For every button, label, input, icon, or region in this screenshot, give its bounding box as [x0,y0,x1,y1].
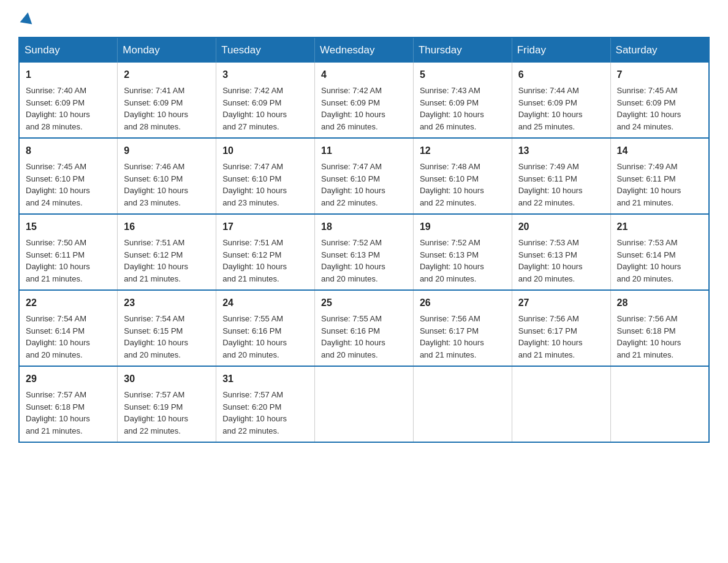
day-info: Sunrise: 7:55 AMSunset: 6:16 PMDaylight:… [222,314,287,359]
calendar-cell: 2 Sunrise: 7:41 AMSunset: 6:09 PMDayligh… [118,63,216,138]
calendar-cell [512,366,610,442]
day-info: Sunrise: 7:57 AMSunset: 6:20 PMDaylight:… [222,390,287,435]
day-number: 1 [26,67,111,82]
day-info: Sunrise: 7:51 AMSunset: 6:12 PMDaylight:… [222,238,287,283]
day-info: Sunrise: 7:52 AMSunset: 6:13 PMDaylight:… [420,238,484,283]
header-day-thursday: Thursday [413,37,512,63]
day-number: 14 [617,144,702,158]
calendar-cell: 16 Sunrise: 7:51 AMSunset: 6:12 PMDaylig… [118,214,216,290]
day-number: 11 [321,144,407,158]
calendar-cell: 1 Sunrise: 7:40 AMSunset: 6:09 PMDayligh… [19,63,118,138]
calendar-cell: 22 Sunrise: 7:54 AMSunset: 6:14 PMDaylig… [19,290,118,366]
header-day-tuesday: Tuesday [216,37,315,63]
day-info: Sunrise: 7:41 AMSunset: 6:09 PMDaylight:… [124,86,188,131]
day-number: 28 [617,296,702,310]
calendar-cell: 5 Sunrise: 7:43 AMSunset: 6:09 PMDayligh… [413,63,512,138]
day-info: Sunrise: 7:53 AMSunset: 6:13 PMDaylight:… [518,238,583,283]
calendar-week-1: 1 Sunrise: 7:40 AMSunset: 6:09 PMDayligh… [19,63,709,138]
day-number: 4 [321,67,407,82]
day-number: 12 [420,144,506,158]
calendar-cell: 25 Sunrise: 7:55 AMSunset: 6:16 PMDaylig… [315,290,414,366]
day-number: 29 [26,372,111,386]
day-number: 24 [222,296,308,310]
calendar-week-3: 15 Sunrise: 7:50 AMSunset: 6:11 PMDaylig… [19,214,709,290]
calendar-header: SundayMondayTuesdayWednesdayThursdayFrid… [19,37,709,63]
calendar-cell: 12 Sunrise: 7:48 AMSunset: 6:10 PMDaylig… [413,138,512,214]
calendar-cell: 24 Sunrise: 7:55 AMSunset: 6:16 PMDaylig… [216,290,315,366]
calendar-cell: 28 Sunrise: 7:56 AMSunset: 6:18 PMDaylig… [610,290,709,366]
calendar-cell [315,366,414,442]
calendar-cell: 30 Sunrise: 7:57 AMSunset: 6:19 PMDaylig… [118,366,216,442]
day-number: 15 [26,220,111,234]
header-row: SundayMondayTuesdayWednesdayThursdayFrid… [19,37,709,63]
day-number: 7 [617,67,702,82]
calendar-cell: 11 Sunrise: 7:47 AMSunset: 6:10 PMDaylig… [315,138,414,214]
header-day-friday: Friday [512,37,610,63]
calendar-cell: 19 Sunrise: 7:52 AMSunset: 6:13 PMDaylig… [413,214,512,290]
day-number: 20 [518,220,604,234]
day-info: Sunrise: 7:56 AMSunset: 6:17 PMDaylight:… [518,314,583,359]
day-number: 18 [321,220,407,234]
calendar-week-2: 8 Sunrise: 7:45 AMSunset: 6:10 PMDayligh… [19,138,709,214]
header-day-monday: Monday [118,37,216,63]
day-info: Sunrise: 7:49 AMSunset: 6:11 PMDaylight:… [518,162,583,207]
day-info: Sunrise: 7:47 AMSunset: 6:10 PMDaylight:… [321,162,385,207]
day-number: 17 [222,220,308,234]
header-day-sunday: Sunday [19,37,118,63]
day-info: Sunrise: 7:57 AMSunset: 6:19 PMDaylight:… [124,390,188,435]
calendar-cell: 20 Sunrise: 7:53 AMSunset: 6:13 PMDaylig… [512,214,610,290]
calendar-cell: 23 Sunrise: 7:54 AMSunset: 6:15 PMDaylig… [118,290,216,366]
day-number: 5 [420,67,506,82]
day-number: 30 [124,372,210,386]
day-info: Sunrise: 7:52 AMSunset: 6:13 PMDaylight:… [321,238,385,283]
calendar-cell: 7 Sunrise: 7:45 AMSunset: 6:09 PMDayligh… [610,63,709,138]
day-number: 23 [124,296,210,310]
day-number: 13 [518,144,604,158]
day-number: 27 [518,296,604,310]
calendar-cell: 15 Sunrise: 7:50 AMSunset: 6:11 PMDaylig… [19,214,118,290]
day-info: Sunrise: 7:50 AMSunset: 6:11 PMDaylight:… [26,238,90,283]
day-info: Sunrise: 7:53 AMSunset: 6:14 PMDaylight:… [617,238,681,283]
day-info: Sunrise: 7:42 AMSunset: 6:09 PMDaylight:… [222,86,287,131]
day-info: Sunrise: 7:46 AMSunset: 6:10 PMDaylight:… [124,162,188,207]
calendar-cell: 17 Sunrise: 7:51 AMSunset: 6:12 PMDaylig… [216,214,315,290]
calendar-cell: 21 Sunrise: 7:53 AMSunset: 6:14 PMDaylig… [610,214,709,290]
calendar-cell [413,366,512,442]
day-number: 6 [518,67,604,82]
calendar-cell: 27 Sunrise: 7:56 AMSunset: 6:17 PMDaylig… [512,290,610,366]
day-info: Sunrise: 7:57 AMSunset: 6:18 PMDaylight:… [26,390,90,435]
day-number: 2 [124,67,210,82]
page-header [18,12,710,25]
logo [18,12,33,25]
day-info: Sunrise: 7:54 AMSunset: 6:14 PMDaylight:… [26,314,90,359]
calendar-cell: 10 Sunrise: 7:47 AMSunset: 6:10 PMDaylig… [216,138,315,214]
calendar-cell: 13 Sunrise: 7:49 AMSunset: 6:11 PMDaylig… [512,138,610,214]
day-info: Sunrise: 7:40 AMSunset: 6:09 PMDaylight:… [26,86,90,131]
day-number: 16 [124,220,210,234]
day-info: Sunrise: 7:51 AMSunset: 6:12 PMDaylight:… [124,238,188,283]
day-number: 9 [124,144,210,158]
calendar-cell: 6 Sunrise: 7:44 AMSunset: 6:09 PMDayligh… [512,63,610,138]
calendar-week-4: 22 Sunrise: 7:54 AMSunset: 6:14 PMDaylig… [19,290,709,366]
day-info: Sunrise: 7:49 AMSunset: 6:11 PMDaylight:… [617,162,681,207]
calendar-table: SundayMondayTuesdayWednesdayThursdayFrid… [18,37,710,443]
header-day-wednesday: Wednesday [315,37,414,63]
logo-arrow-icon [20,11,34,24]
day-info: Sunrise: 7:54 AMSunset: 6:15 PMDaylight:… [124,314,188,359]
day-number: 26 [420,296,506,310]
day-number: 19 [420,220,506,234]
day-number: 3 [222,67,308,82]
day-number: 8 [26,144,111,158]
day-number: 21 [617,220,702,234]
calendar-body: 1 Sunrise: 7:40 AMSunset: 6:09 PMDayligh… [19,63,709,442]
header-day-saturday: Saturday [610,37,709,63]
calendar-cell: 14 Sunrise: 7:49 AMSunset: 6:11 PMDaylig… [610,138,709,214]
day-number: 25 [321,296,407,310]
day-number: 31 [222,372,308,386]
day-info: Sunrise: 7:42 AMSunset: 6:09 PMDaylight:… [321,86,385,131]
day-number: 10 [222,144,308,158]
day-info: Sunrise: 7:44 AMSunset: 6:09 PMDaylight:… [518,86,583,131]
day-info: Sunrise: 7:43 AMSunset: 6:09 PMDaylight:… [420,86,484,131]
day-number: 22 [26,296,111,310]
calendar-cell: 26 Sunrise: 7:56 AMSunset: 6:17 PMDaylig… [413,290,512,366]
